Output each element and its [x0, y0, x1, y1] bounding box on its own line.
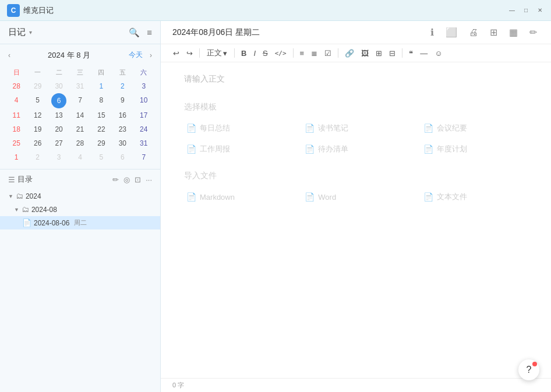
minimize-button[interactable]: —	[508, 6, 516, 15]
info-button[interactable]: ℹ	[428, 24, 436, 40]
bold-button[interactable]: B	[238, 47, 249, 59]
cal-day-1[interactable]: 1	[91, 79, 112, 93]
code-button[interactable]: </>	[272, 48, 289, 59]
tree-item-2024-08[interactable]: ▼ 🗂 2024-08	[0, 203, 160, 216]
cal-day-7[interactable]: 7	[69, 93, 90, 108]
embed-button[interactable]: ⊟	[386, 47, 398, 59]
cal-day-9[interactable]: 9	[112, 93, 133, 108]
cal-day-27[interactable]: 27	[48, 136, 69, 150]
template-name-3: 会议纪要	[437, 123, 467, 133]
undo-button[interactable]: ↩	[170, 47, 182, 59]
cal-day-16[interactable]: 16	[112, 108, 133, 122]
import-word[interactable]: 📄 Word	[302, 189, 409, 204]
import-doc-icon-1: 📄	[186, 192, 196, 202]
divider-button[interactable]: —	[417, 47, 430, 59]
template-book-notes[interactable]: 📄 读书笔记	[302, 121, 409, 136]
cal-day-2[interactable]: 2	[112, 79, 133, 93]
menu-button[interactable]: ≡	[147, 27, 152, 38]
help-button[interactable]: ?	[518, 359, 539, 380]
cal-day-6-next[interactable]: 6	[112, 150, 133, 164]
emoji-button[interactable]: ☺	[432, 47, 445, 59]
template-meeting[interactable]: 📄 会议纪要	[421, 121, 528, 136]
cal-day-29[interactable]: 29	[91, 136, 112, 150]
tree-item-2024-08-06[interactable]: 📄 2024-08-06 周二	[0, 216, 160, 229]
cal-day-14[interactable]: 14	[69, 108, 90, 122]
template-work-report[interactable]: 📄 工作周报	[184, 142, 291, 157]
cal-day-28-prev[interactable]: 28	[6, 79, 27, 93]
cal-day-17[interactable]: 17	[133, 108, 154, 122]
cal-day-8[interactable]: 8	[91, 93, 112, 108]
template-todo[interactable]: 📄 待办清单	[302, 142, 409, 157]
link-button[interactable]: 🔗	[342, 47, 357, 59]
redo-button[interactable]: ↪	[183, 47, 196, 59]
dir-more-button[interactable]: ···	[146, 175, 152, 184]
cal-day-4[interactable]: 4	[6, 93, 27, 108]
cal-day-22[interactable]: 22	[91, 122, 112, 136]
image-button[interactable]: 🖼	[358, 47, 372, 59]
cal-day-30-prev[interactable]: 30	[48, 79, 69, 93]
ordered-list-button[interactable]: ≣	[308, 47, 320, 59]
template-yearly-plan[interactable]: 📄 年度计划	[421, 142, 528, 157]
dir-edit-button[interactable]: ✏	[112, 175, 119, 184]
search-button[interactable]: 🔍	[129, 27, 140, 38]
template-daily-summary[interactable]: 📄 每日总结	[184, 121, 291, 136]
cal-day-1-next[interactable]: 1	[6, 150, 27, 164]
prev-month-button[interactable]: ‹	[6, 50, 13, 61]
import-markdown[interactable]: 📄 Markdown	[184, 189, 291, 204]
cal-day-25[interactable]: 25	[6, 136, 27, 150]
tree-label-2024-08: 2024-08	[31, 206, 57, 214]
cal-day-10[interactable]: 10	[133, 93, 154, 108]
cal-day-19[interactable]: 19	[27, 122, 48, 136]
tree-item-2024[interactable]: ▼ 🗂 2024	[0, 189, 160, 203]
italic-button[interactable]: I	[250, 47, 259, 59]
cal-day-3-next[interactable]: 3	[48, 150, 69, 164]
bullet-list-button[interactable]: ≡	[297, 47, 308, 59]
cal-day-7-next[interactable]: 7	[133, 150, 154, 164]
style-select[interactable]: 正文 ▾	[203, 47, 231, 59]
cal-day-11[interactable]: 11	[6, 108, 27, 122]
cal-day-30[interactable]: 30	[112, 136, 133, 150]
cal-day-31-prev[interactable]: 31	[69, 79, 90, 93]
import-doc-icon-3: 📄	[423, 192, 433, 202]
cal-day-6-today[interactable]: 6	[51, 93, 66, 108]
strikethrough-button[interactable]: S	[260, 47, 271, 59]
cal-day-4-next[interactable]: 4	[69, 150, 90, 164]
toolbar-sep-5	[402, 48, 402, 58]
cal-day-29-prev[interactable]: 29	[27, 79, 48, 93]
cal-day-13[interactable]: 13	[48, 108, 69, 122]
grid-button[interactable]: ⊞	[488, 24, 500, 40]
left-panel: 日记 ▾ 🔍 ≡ ‹ 2024 年 8 月 今天 › 日 一	[0, 21, 161, 392]
export-button[interactable]: ⬜	[443, 24, 460, 40]
dir-copy-button[interactable]: ⊡	[135, 175, 141, 184]
cal-day-28[interactable]: 28	[69, 136, 90, 150]
cal-day-24[interactable]: 24	[133, 122, 154, 136]
print-button[interactable]: 🖨	[467, 24, 481, 40]
cal-day-3[interactable]: 3	[133, 79, 154, 93]
table-button[interactable]: ⊞	[373, 47, 385, 59]
cal-day-2-next[interactable]: 2	[27, 150, 48, 164]
cal-day-26[interactable]: 26	[27, 136, 48, 150]
today-button[interactable]: 今天	[125, 49, 146, 61]
import-text[interactable]: 📄 文本文件	[421, 189, 528, 204]
cal-day-21[interactable]: 21	[69, 122, 90, 136]
edit-mode-button[interactable]: ✏	[527, 24, 539, 40]
status-bar: 0 字	[161, 378, 551, 392]
checklist-button[interactable]: ☑	[322, 47, 334, 59]
cal-day-18[interactable]: 18	[6, 122, 27, 136]
cal-day-20[interactable]: 20	[48, 122, 69, 136]
next-month-button[interactable]: ›	[147, 50, 154, 61]
cal-day-12[interactable]: 12	[27, 108, 48, 122]
cal-day-23[interactable]: 23	[112, 122, 133, 136]
cal-day-15[interactable]: 15	[91, 108, 112, 122]
toolbar-sep-3	[293, 48, 294, 58]
close-button[interactable]: ✕	[536, 6, 544, 15]
cal-day-5-next[interactable]: 5	[91, 150, 112, 164]
cal-header-wed: 三	[69, 66, 90, 79]
cal-day-31[interactable]: 31	[133, 136, 154, 150]
view-toggle-button[interactable]: ▦	[507, 24, 520, 40]
dir-locate-button[interactable]: ◎	[123, 175, 130, 184]
maximize-button[interactable]: □	[522, 6, 530, 15]
quote-button[interactable]: ❝	[406, 47, 416, 59]
cal-day-5[interactable]: 5	[27, 93, 48, 108]
content-area[interactable]: 请输入正文 选择模板 📄 每日总结 📄 读书笔记 📄 会议纪要	[161, 62, 551, 378]
